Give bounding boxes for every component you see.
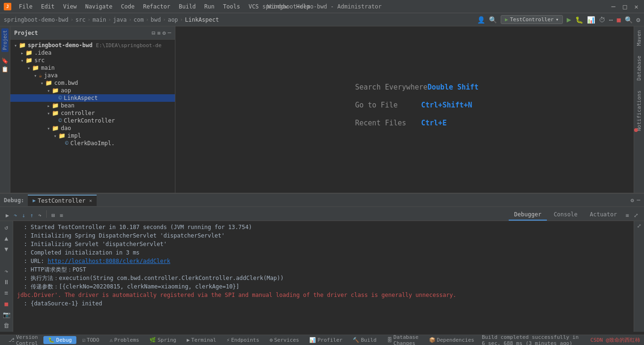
status-tab-version-control[interactable]: ⎇ Version Control bbox=[4, 333, 42, 345]
menu-run[interactable]: Run bbox=[200, 2, 218, 11]
debug-step-over-btn[interactable]: ↷ bbox=[4, 267, 9, 276]
menu-build[interactable]: Build bbox=[175, 2, 199, 11]
menu-view[interactable]: View bbox=[59, 2, 81, 11]
run-button[interactable]: ▶ bbox=[567, 15, 571, 24]
close-button[interactable]: ✕ bbox=[633, 3, 640, 10]
database-panel-toggle[interactable]: Database bbox=[636, 56, 642, 81]
tree-item-root[interactable]: ▾ 📁 springboot-demo-bwd E:\IDEA\springbo… bbox=[10, 41, 175, 49]
status-tab-dependencies[interactable]: 📦 Dependencies bbox=[424, 336, 479, 344]
bookmarks-icon[interactable]: 🔖 bbox=[1, 58, 8, 64]
tree-item-src[interactable]: ▾ 📁 src bbox=[10, 57, 175, 64]
debug-tab-console[interactable]: Console bbox=[548, 209, 583, 221]
status-tab-database-changes[interactable]: 🗄 Database Changes bbox=[382, 333, 423, 345]
menu-refactor[interactable]: Refactor bbox=[139, 2, 174, 11]
tree-item-idea[interactable]: ▸ 📁 .idea bbox=[10, 49, 175, 57]
breadcrumb-java[interactable]: java bbox=[113, 16, 127, 23]
debug-settings-icon[interactable]: ⚙ bbox=[631, 197, 634, 204]
debug-log-icon[interactable]: ≡ bbox=[58, 210, 65, 221]
tree-item-linkaspect[interactable]: © LinkAspect bbox=[10, 94, 175, 102]
maximize-button[interactable]: □ bbox=[621, 3, 628, 10]
debug-clear-icon[interactable]: 🗑 bbox=[2, 321, 10, 330]
tree-item-aop[interactable]: ▾ 📁 aop bbox=[10, 87, 175, 94]
tree-item-dao[interactable]: ▾ 📁 dao bbox=[10, 124, 175, 132]
debug-tab-close[interactable]: ✕ bbox=[89, 198, 92, 203]
editor-area: Search Everywhere Double Shift Go to Fil… bbox=[175, 26, 634, 193]
debug-down-icon[interactable]: ▼ bbox=[4, 245, 9, 254]
debug-restart-icon[interactable]: ↺ bbox=[4, 223, 9, 232]
status-tab-services[interactable]: ⚙ Services bbox=[265, 336, 304, 344]
run-config-dropdown[interactable]: ▾ bbox=[555, 16, 559, 23]
debug-step-into-icon[interactable]: ↓ bbox=[20, 210, 27, 221]
tree-item-clerkdaoimpl[interactable]: © ClerkDaoImpl. bbox=[10, 140, 175, 147]
breadcrumb-aop[interactable]: aop bbox=[168, 16, 178, 23]
tree-item-java[interactable]: ▾ ☕ java bbox=[10, 72, 175, 79]
status-tab-terminal[interactable]: ▶ Terminal bbox=[182, 336, 221, 344]
status-tab-build[interactable]: 🔨 Build bbox=[348, 336, 381, 344]
menu-code[interactable]: Code bbox=[117, 2, 139, 11]
menu-navigate[interactable]: Navigate bbox=[82, 2, 116, 11]
tree-item-combwd[interactable]: ▾ 📁 com.bwd bbox=[10, 79, 175, 87]
show-options-icon[interactable]: ≡ bbox=[157, 30, 160, 36]
debug-up-icon[interactable]: ▲ bbox=[4, 234, 9, 243]
tree-item-controller[interactable]: ▾ 📁 controller bbox=[10, 109, 175, 117]
hide-panel-icon[interactable]: ─ bbox=[168, 30, 171, 36]
tree-label-idea: .idea bbox=[34, 49, 51, 56]
menu-file[interactable]: File bbox=[15, 2, 36, 11]
debug-right-strip: ⤢ bbox=[634, 221, 644, 332]
more-actions-icon[interactable]: ⋯ bbox=[609, 16, 613, 24]
structure-icon[interactable]: 📋 bbox=[1, 66, 8, 73]
debug-active-tab[interactable]: ▶ TestController ✕ bbox=[28, 195, 97, 206]
tree-item-bean[interactable]: ▸ 📁 bean bbox=[10, 102, 175, 109]
status-tab-todo[interactable]: ☑ TODO bbox=[77, 336, 104, 344]
collapse-all-icon[interactable]: ⊟ bbox=[152, 30, 155, 36]
maven-panel-toggle[interactable]: Maven bbox=[636, 30, 642, 46]
debug-resume-icon[interactable]: ▶ bbox=[4, 210, 11, 221]
tree-item-main[interactable]: ▾ 📁 main bbox=[10, 64, 175, 72]
settings-gear-icon[interactable]: ⚙ bbox=[163, 30, 166, 36]
status-tab-endpoints[interactable]: ⚡ Endpoints bbox=[222, 336, 264, 344]
breadcrumb-src[interactable]: src bbox=[75, 16, 86, 23]
debug-evaluate-icon[interactable]: ⊞ bbox=[50, 210, 57, 221]
minimize-button[interactable]: ─ bbox=[610, 3, 617, 10]
debug-button[interactable]: 🐛 bbox=[575, 16, 583, 24]
debug-fullscreen-icon[interactable]: ⤢ bbox=[632, 210, 640, 221]
status-tab-debug[interactable]: 🐛 Debug bbox=[43, 336, 76, 344]
status-tab-profiler[interactable]: 📊 Profiler bbox=[305, 336, 347, 344]
find-icon[interactable]: 🔍 bbox=[625, 16, 633, 24]
menu-vcs[interactable]: VCS bbox=[245, 2, 263, 11]
settings-icon[interactable]: ⚙ bbox=[636, 16, 640, 24]
coverage-icon[interactable]: 📊 bbox=[587, 16, 595, 24]
debug-panel-right-icon[interactable]: ⤢ bbox=[637, 223, 641, 229]
url-link[interactable]: http://localhost:8088/clerk/addClerk bbox=[48, 258, 170, 264]
debug-step-out-icon[interactable]: ↑ bbox=[28, 210, 35, 221]
menu-edit[interactable]: Edit bbox=[37, 2, 58, 11]
debug-run-to-cursor-icon[interactable]: ↷ bbox=[36, 210, 43, 221]
notifications-toggle[interactable]: Notifications bbox=[636, 90, 642, 131]
tree-item-clerkcontroller[interactable]: © ClerkController bbox=[10, 117, 175, 124]
debug-more-icon[interactable]: ≡ bbox=[624, 210, 631, 221]
project-panel-toggle[interactable]: Project bbox=[1, 28, 8, 52]
menu-tools[interactable]: Tools bbox=[219, 2, 244, 11]
debug-pause-icon[interactable]: ⏸ bbox=[2, 278, 10, 287]
project-toolbar: ⊟ ≡ ⚙ ─ bbox=[152, 30, 171, 36]
debug-hide-icon[interactable]: ─ bbox=[637, 197, 640, 204]
breadcrumb-com[interactable]: com bbox=[133, 16, 144, 23]
breadcrumb-project[interactable]: springboot-demo-bwd bbox=[4, 16, 68, 23]
profile-run-icon[interactable]: ⏱ bbox=[599, 16, 605, 24]
debug-mute-icon[interactable]: ≡ bbox=[4, 288, 9, 297]
search-icon[interactable]: 🔍 bbox=[489, 16, 497, 24]
breadcrumb-linkaspect[interactable]: LinkAspect bbox=[185, 16, 219, 23]
breadcrumb-bwd[interactable]: bwd bbox=[151, 16, 161, 23]
debug-tab-debugger[interactable]: Debugger bbox=[509, 209, 547, 221]
status-tab-problems[interactable]: ⚠ Problems bbox=[105, 336, 144, 344]
debug-tab-actuator[interactable]: Actuator bbox=[584, 209, 623, 221]
stop-icon[interactable]: ■ bbox=[617, 16, 620, 24]
tree-item-impl[interactable]: ▾ 📁 impl bbox=[10, 132, 175, 140]
profile-icon[interactable]: 👤 bbox=[477, 16, 485, 24]
debug-step-over-icon[interactable]: ↷ bbox=[12, 210, 19, 221]
status-tab-spring[interactable]: 🌿 Spring bbox=[145, 336, 181, 344]
run-config-selector[interactable]: ▶ TestController ▾ bbox=[501, 15, 563, 24]
debug-stop-icon[interactable]: ■ bbox=[4, 299, 9, 308]
breadcrumb-main[interactable]: main bbox=[92, 16, 106, 23]
debug-capture-icon[interactable]: 📷 bbox=[2, 310, 11, 319]
